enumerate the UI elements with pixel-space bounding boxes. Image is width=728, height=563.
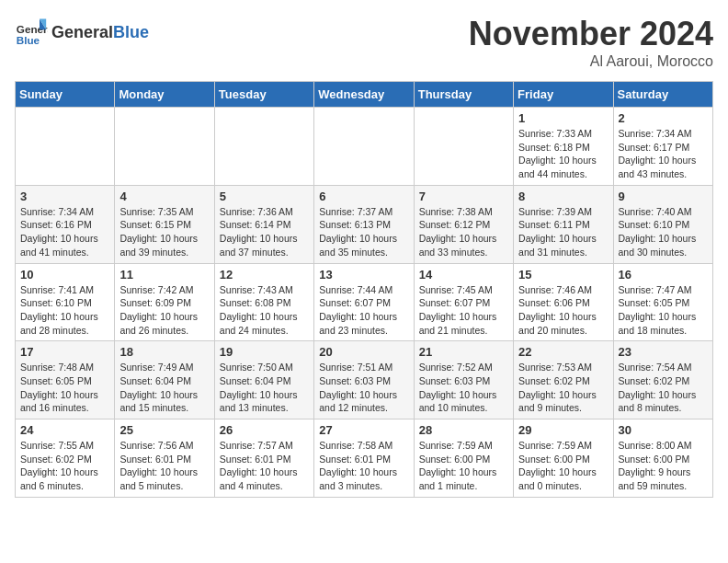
calendar-week-5: 24Sunrise: 7:55 AMSunset: 6:02 PMDayligh… bbox=[16, 419, 713, 498]
calendar-cell: 20Sunrise: 7:51 AMSunset: 6:03 PMDayligh… bbox=[314, 341, 414, 419]
day-number: 11 bbox=[119, 268, 209, 282]
calendar-cell: 26Sunrise: 7:57 AMSunset: 6:01 PMDayligh… bbox=[214, 419, 313, 498]
cell-line: Sunset: 6:00 PM bbox=[518, 454, 590, 465]
cell-line: Sunset: 6:00 PM bbox=[419, 454, 491, 465]
cell-line: Sunset: 6:04 PM bbox=[119, 375, 191, 386]
cell-content: Sunrise: 7:55 AMSunset: 6:02 PMDaylight:… bbox=[20, 439, 109, 493]
cell-line: Sunrise: 7:58 AM bbox=[319, 440, 392, 451]
cell-line: Daylight: 10 hours and 44 minutes. bbox=[518, 155, 597, 179]
day-number: 30 bbox=[619, 423, 708, 437]
cell-line: Daylight: 10 hours and 3 minutes. bbox=[319, 466, 397, 491]
day-number: 24 bbox=[20, 423, 109, 437]
cell-line: Sunset: 6:02 PM bbox=[619, 375, 690, 386]
calendar-cell: 23Sunrise: 7:54 AMSunset: 6:02 PMDayligh… bbox=[613, 341, 712, 419]
cell-content: Sunrise: 7:52 AMSunset: 6:03 PMDaylight:… bbox=[419, 361, 508, 415]
cell-line: Daylight: 9 hours and 59 minutes. bbox=[619, 466, 691, 491]
calendar-cell: 3Sunrise: 7:34 AMSunset: 6:16 PMDaylight… bbox=[16, 185, 115, 263]
cell-content: Sunrise: 7:53 AMSunset: 6:02 PMDaylight:… bbox=[518, 361, 608, 415]
cell-line: Daylight: 10 hours and 15 minutes. bbox=[119, 389, 198, 414]
day-number: 22 bbox=[518, 345, 608, 359]
cell-content: Sunrise: 7:40 AMSunset: 6:10 PMDaylight:… bbox=[619, 205, 708, 259]
cell-line: Sunrise: 7:35 AM bbox=[119, 206, 193, 217]
cell-line: Sunrise: 7:42 AM bbox=[119, 284, 193, 295]
day-number: 17 bbox=[20, 345, 109, 359]
day-number: 29 bbox=[518, 423, 608, 437]
cell-line: Sunrise: 7:56 AM bbox=[119, 440, 193, 451]
cell-content: Sunrise: 7:54 AMSunset: 6:02 PMDaylight:… bbox=[619, 361, 708, 415]
cell-content: Sunrise: 7:49 AMSunset: 6:04 PMDaylight:… bbox=[119, 361, 209, 415]
cell-line: Sunset: 6:14 PM bbox=[220, 219, 291, 230]
day-number: 16 bbox=[619, 268, 708, 282]
cell-line: Sunrise: 7:38 AM bbox=[419, 206, 493, 217]
day-number: 23 bbox=[619, 345, 708, 359]
location: Al Aaroui, Morocco bbox=[469, 53, 713, 70]
cell-content: Sunrise: 7:35 AMSunset: 6:15 PMDaylight:… bbox=[119, 205, 209, 259]
cell-line: Daylight: 10 hours and 18 minutes. bbox=[619, 311, 697, 336]
day-number: 14 bbox=[419, 268, 508, 282]
logo: General Blue GeneralBlue bbox=[15, 15, 149, 48]
day-number: 21 bbox=[419, 345, 508, 359]
cell-line: Daylight: 10 hours and 9 minutes. bbox=[518, 389, 597, 414]
cell-line: Daylight: 10 hours and 10 minutes. bbox=[419, 389, 497, 414]
cell-line: Sunrise: 7:50 AM bbox=[220, 362, 293, 373]
page-header: General Blue GeneralBlue November 2024 A… bbox=[15, 15, 713, 70]
calendar-cell: 17Sunrise: 7:48 AMSunset: 6:05 PMDayligh… bbox=[16, 341, 115, 419]
cell-line: Sunrise: 7:59 AM bbox=[518, 440, 592, 451]
cell-line: Sunset: 6:05 PM bbox=[20, 375, 92, 386]
weekday-header-thursday: Thursday bbox=[414, 82, 513, 108]
calendar-cell: 2Sunrise: 7:34 AMSunset: 6:17 PMDaylight… bbox=[613, 108, 712, 186]
calendar-cell bbox=[16, 108, 115, 186]
calendar-cell: 14Sunrise: 7:45 AMSunset: 6:07 PMDayligh… bbox=[414, 263, 513, 341]
cell-line: Sunrise: 7:43 AM bbox=[220, 284, 293, 295]
calendar-cell: 25Sunrise: 7:56 AMSunset: 6:01 PMDayligh… bbox=[115, 419, 214, 498]
cell-line: Sunrise: 7:37 AM bbox=[319, 206, 392, 217]
day-number: 1 bbox=[518, 111, 608, 125]
day-number: 13 bbox=[319, 268, 408, 282]
cell-line: Sunset: 6:02 PM bbox=[20, 454, 92, 465]
cell-content: Sunrise: 7:41 AMSunset: 6:10 PMDaylight:… bbox=[20, 283, 109, 338]
cell-content: Sunrise: 7:46 AMSunset: 6:06 PMDaylight:… bbox=[518, 283, 608, 338]
calendar-cell: 11Sunrise: 7:42 AMSunset: 6:09 PMDayligh… bbox=[115, 263, 214, 341]
month-title: November 2024 bbox=[469, 15, 713, 53]
cell-line: Sunset: 6:18 PM bbox=[518, 142, 590, 153]
day-number: 18 bbox=[119, 345, 209, 359]
cell-content: Sunrise: 7:48 AMSunset: 6:05 PMDaylight:… bbox=[20, 361, 109, 415]
cell-line: Sunset: 6:07 PM bbox=[319, 297, 391, 308]
cell-line: Daylight: 10 hours and 5 minutes. bbox=[119, 466, 198, 491]
cell-line: Sunset: 6:16 PM bbox=[20, 219, 92, 230]
cell-line: Sunrise: 7:52 AM bbox=[419, 362, 493, 373]
cell-line: Sunrise: 7:41 AM bbox=[20, 284, 94, 295]
cell-line: Daylight: 10 hours and 8 minutes. bbox=[619, 389, 697, 414]
calendar-cell bbox=[115, 108, 214, 186]
calendar-week-2: 3Sunrise: 7:34 AMSunset: 6:16 PMDaylight… bbox=[16, 185, 713, 263]
cell-content: Sunrise: 7:51 AMSunset: 6:03 PMDaylight:… bbox=[319, 361, 408, 415]
cell-line: Sunrise: 7:47 AM bbox=[619, 284, 692, 295]
cell-line: Sunset: 6:10 PM bbox=[20, 297, 92, 308]
calendar-header-row: SundayMondayTuesdayWednesdayThursdayFrid… bbox=[16, 82, 713, 108]
cell-content: Sunrise: 7:59 AMSunset: 6:00 PMDaylight:… bbox=[518, 439, 608, 493]
day-number: 8 bbox=[518, 190, 608, 203]
cell-line: Daylight: 10 hours and 26 minutes. bbox=[119, 311, 198, 336]
cell-content: Sunrise: 7:39 AMSunset: 6:11 PMDaylight:… bbox=[518, 205, 608, 259]
calendar-cell: 9Sunrise: 7:40 AMSunset: 6:10 PMDaylight… bbox=[613, 185, 712, 263]
cell-line: Sunset: 6:07 PM bbox=[419, 297, 491, 308]
cell-line: Daylight: 10 hours and 13 minutes. bbox=[220, 389, 298, 414]
cell-content: Sunrise: 7:33 AMSunset: 6:18 PMDaylight:… bbox=[518, 127, 608, 181]
calendar-week-4: 17Sunrise: 7:48 AMSunset: 6:05 PMDayligh… bbox=[16, 341, 713, 419]
weekday-header-tuesday: Tuesday bbox=[214, 82, 313, 108]
cell-content: Sunrise: 7:38 AMSunset: 6:12 PMDaylight:… bbox=[419, 205, 508, 259]
cell-line: Sunrise: 7:34 AM bbox=[619, 128, 692, 139]
cell-line: Sunrise: 7:39 AM bbox=[518, 206, 592, 217]
day-number: 10 bbox=[20, 268, 109, 282]
cell-line: Sunset: 6:13 PM bbox=[319, 219, 391, 230]
cell-content: Sunrise: 7:56 AMSunset: 6:01 PMDaylight:… bbox=[119, 439, 209, 493]
cell-line: Sunrise: 7:51 AM bbox=[319, 362, 392, 373]
cell-line: Daylight: 10 hours and 0 minutes. bbox=[518, 466, 597, 491]
cell-content: Sunrise: 7:36 AMSunset: 6:14 PMDaylight:… bbox=[220, 205, 309, 259]
weekday-header-saturday: Saturday bbox=[613, 82, 712, 108]
calendar-cell: 22Sunrise: 7:53 AMSunset: 6:02 PMDayligh… bbox=[514, 341, 613, 419]
cell-content: Sunrise: 7:42 AMSunset: 6:09 PMDaylight:… bbox=[119, 283, 209, 338]
cell-content: Sunrise: 7:45 AMSunset: 6:07 PMDaylight:… bbox=[419, 283, 508, 338]
calendar-cell: 28Sunrise: 7:59 AMSunset: 6:00 PMDayligh… bbox=[414, 419, 513, 498]
cell-content: Sunrise: 7:43 AMSunset: 6:08 PMDaylight:… bbox=[220, 283, 309, 338]
